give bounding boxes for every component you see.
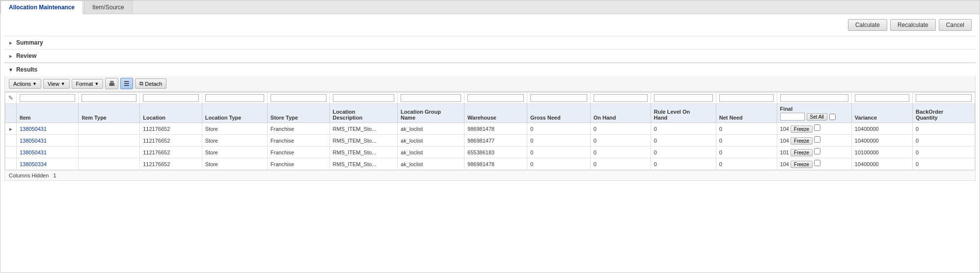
filter-net-need-input[interactable] bbox=[719, 94, 774, 102]
th-location-desc[interactable]: LocationDescription bbox=[329, 104, 397, 123]
th-item-type[interactable]: Item Type bbox=[79, 104, 140, 123]
th-variance[interactable]: Variance bbox=[851, 104, 912, 123]
cell-item-type bbox=[79, 123, 140, 135]
cell-net-need: 0 bbox=[716, 135, 777, 147]
th-warehouse[interactable]: Warehouse bbox=[464, 104, 527, 123]
th-net-need[interactable]: Net Need bbox=[716, 104, 777, 123]
results-toolbar: Actions ▼ View ▼ Format ▼ 🖶 ☰ ⧉ Detach bbox=[4, 76, 976, 92]
actions-button[interactable]: Actions ▼ bbox=[9, 79, 41, 89]
filter-store-type bbox=[267, 93, 329, 104]
detach-icon: ⧉ bbox=[139, 80, 143, 87]
th-final-label: Final bbox=[780, 106, 793, 112]
summary-section: ► Summary bbox=[4, 36, 976, 49]
summary-arrow: ► bbox=[8, 40, 13, 46]
cell-rule-level: 0 bbox=[651, 135, 716, 147]
filter-location-input[interactable] bbox=[143, 94, 198, 102]
filter-on-hand-input[interactable] bbox=[594, 94, 648, 102]
cell-item[interactable]: 138050431 bbox=[17, 135, 79, 147]
format-label: Format bbox=[76, 81, 93, 87]
filter-final-input[interactable] bbox=[780, 94, 848, 102]
results-header[interactable]: ▼ Results bbox=[4, 63, 976, 76]
filter-item-type-input[interactable] bbox=[82, 94, 136, 102]
filter-item-input[interactable] bbox=[20, 94, 75, 102]
cell-store-type: Franchise bbox=[267, 158, 329, 170]
wrap-icon-button[interactable]: ☰ bbox=[120, 78, 133, 89]
tab-allocation[interactable]: Allocation Maintenance bbox=[0, 0, 83, 14]
print-icon-button[interactable]: 🖶 bbox=[105, 78, 118, 89]
cell-warehouse: 986981477 bbox=[464, 135, 527, 147]
th-final: Final Set All bbox=[777, 104, 851, 123]
cell-location-desc: RMS_ITEM_Sto... bbox=[329, 158, 397, 170]
recalculate-button[interactable]: Recalculate bbox=[890, 19, 936, 31]
th-store-type[interactable]: Store Type bbox=[267, 104, 329, 123]
freeze-button[interactable]: Freeze bbox=[790, 137, 813, 145]
freeze-button[interactable]: Freeze bbox=[790, 125, 813, 133]
cell-on-hand: 0 bbox=[590, 158, 651, 170]
th-location-type[interactable]: Location Type bbox=[202, 104, 267, 123]
final-select-all-checkbox[interactable] bbox=[829, 114, 836, 120]
format-button[interactable]: Format ▼ bbox=[72, 79, 104, 89]
cell-item[interactable]: 138050334 bbox=[17, 158, 79, 170]
th-on-hand[interactable]: On Hand bbox=[590, 104, 651, 123]
cell-location-type: Store bbox=[202, 158, 267, 170]
th-rule-level[interactable]: Rule Level OnHand bbox=[651, 104, 716, 123]
filter-rule-level-input[interactable] bbox=[654, 94, 713, 102]
cell-rule-level: 0 bbox=[651, 123, 716, 135]
cell-net-need: 0 bbox=[716, 147, 777, 158]
cell-gross-need: 0 bbox=[527, 123, 590, 135]
main-container: Allocation Maintenance Item/Source Calcu… bbox=[0, 0, 980, 273]
view-button[interactable]: View ▼ bbox=[43, 79, 70, 89]
cancel-button[interactable]: Cancel bbox=[939, 19, 972, 31]
freeze-button[interactable]: Freeze bbox=[790, 149, 813, 156]
filter-loc-desc-input[interactable] bbox=[333, 94, 394, 102]
item-link[interactable]: 138050431 bbox=[20, 138, 47, 144]
freeze-button[interactable]: Freeze bbox=[790, 161, 813, 168]
filter-gross-need-input[interactable] bbox=[530, 94, 587, 102]
cell-location-desc: RMS_ITEM_Sto... bbox=[329, 123, 397, 135]
calculate-button[interactable]: Calculate bbox=[848, 19, 887, 31]
freeze-checkbox[interactable] bbox=[814, 148, 820, 154]
filter-loc-group-input[interactable] bbox=[401, 94, 461, 102]
filter-warehouse-input[interactable] bbox=[467, 94, 524, 102]
detach-label: Detach bbox=[145, 81, 162, 87]
summary-header[interactable]: ► Summary bbox=[4, 36, 976, 49]
review-section: ► Review bbox=[4, 49, 976, 62]
th-item[interactable]: Item bbox=[17, 104, 79, 123]
set-all-input[interactable] bbox=[780, 113, 805, 121]
cell-item[interactable]: 138050431 bbox=[17, 147, 79, 158]
th-location[interactable]: Location bbox=[140, 104, 202, 123]
set-all-button[interactable]: Set All bbox=[807, 113, 827, 121]
results-section: ▼ Results Actions ▼ View ▼ Format ▼ 🖶 ☰ bbox=[4, 62, 976, 181]
item-link[interactable]: 138050334 bbox=[20, 161, 47, 167]
filter-indicator-cell: ✎ bbox=[5, 93, 17, 104]
th-backorder-qty[interactable]: BackOrderQuantity bbox=[913, 104, 975, 123]
item-link[interactable]: 138050431 bbox=[20, 126, 47, 132]
freeze-checkbox[interactable] bbox=[814, 136, 820, 143]
cell-location-group: ak_loclist bbox=[398, 135, 464, 147]
filter-backorder-input[interactable] bbox=[916, 94, 972, 102]
filter-variance-input[interactable] bbox=[855, 94, 909, 102]
item-link[interactable]: 138050431 bbox=[20, 149, 47, 155]
filter-location-type bbox=[202, 93, 267, 104]
cell-rule-level: 0 bbox=[651, 147, 716, 158]
filter-location-type-input[interactable] bbox=[205, 94, 264, 102]
review-header[interactable]: ► Review bbox=[4, 50, 976, 62]
cell-final: 104 Freeze bbox=[777, 158, 851, 170]
final-value: 104 bbox=[780, 126, 789, 132]
columns-hidden-count: 1 bbox=[54, 173, 56, 178]
detach-button[interactable]: ⧉ Detach bbox=[135, 78, 166, 89]
cell-backorder-qty: 0 bbox=[913, 147, 975, 158]
freeze-checkbox[interactable] bbox=[814, 160, 820, 166]
row-indicator-cell bbox=[5, 135, 17, 147]
filter-store-type-input[interactable] bbox=[271, 94, 327, 102]
th-gross-need[interactable]: Gross Need bbox=[527, 104, 590, 123]
cell-item-type bbox=[79, 135, 140, 147]
cell-item-type bbox=[79, 147, 140, 158]
cell-location-group: ak_loclist bbox=[398, 158, 464, 170]
freeze-checkbox[interactable] bbox=[814, 124, 820, 131]
filter-net-need bbox=[716, 93, 777, 104]
cell-item[interactable]: 138050431 bbox=[17, 123, 79, 135]
tab-item-source[interactable]: Item/Source bbox=[84, 0, 133, 14]
view-dropdown-arrow: ▼ bbox=[61, 81, 65, 86]
th-location-group[interactable]: Location GroupName bbox=[398, 104, 464, 123]
